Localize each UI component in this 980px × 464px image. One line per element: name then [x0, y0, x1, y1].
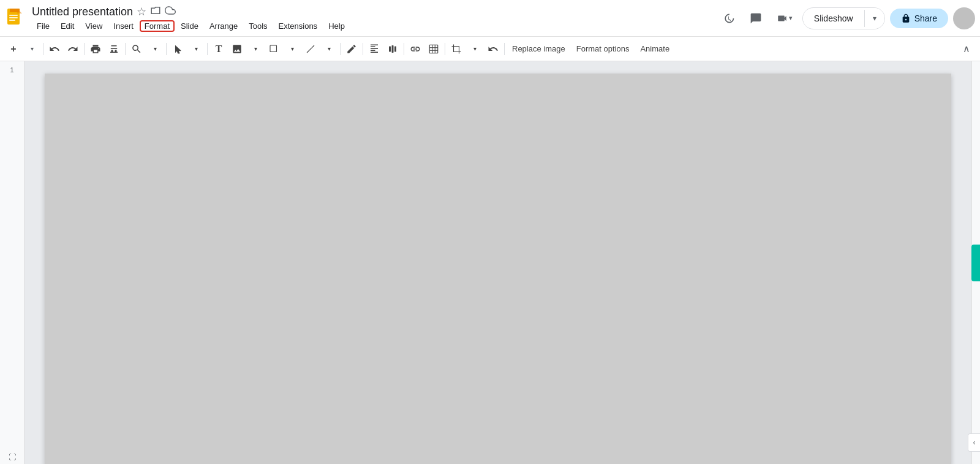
crop-dropdown[interactable]: ▾	[466, 40, 483, 58]
svg-rect-4	[9, 17, 18, 18]
svg-rect-5	[9, 20, 15, 21]
svg-rect-8	[389, 46, 391, 51]
toolbar-divider-10	[504, 43, 505, 55]
distribute-button[interactable]	[384, 40, 401, 58]
toolbar-divider-8	[404, 43, 404, 55]
shapes-button[interactable]	[265, 40, 282, 58]
toolbar-divider-7	[363, 43, 363, 55]
slide-canvas[interactable]	[45, 74, 951, 464]
table-button[interactable]	[425, 40, 442, 58]
menu-help[interactable]: Help	[323, 20, 350, 32]
right-panel	[971, 61, 980, 464]
svg-rect-6	[270, 45, 277, 52]
svg-rect-11	[429, 45, 438, 53]
user-avatar[interactable]	[953, 7, 975, 29]
image-button[interactable]	[228, 40, 246, 58]
document-title[interactable]: Untitled presentation	[32, 6, 133, 18]
title-section: Untitled presentation ☆ File Edit View I…	[32, 5, 718, 32]
toolbar-divider-4	[166, 43, 167, 55]
toolbar-collapse-button[interactable]: ∧	[958, 40, 975, 58]
format-options-button[interactable]: Format options	[571, 42, 635, 56]
meet-label: ▾	[789, 14, 793, 22]
toolbar-divider-6	[340, 43, 341, 55]
slideshow-dropdown-arrow[interactable]: ▾	[865, 8, 884, 29]
paintformat-button[interactable]	[105, 40, 123, 58]
resize-handle[interactable]: ⛶	[9, 453, 16, 462]
lines-button[interactable]	[302, 40, 319, 58]
folder-icon[interactable]	[150, 5, 161, 19]
print-button[interactable]	[87, 40, 104, 58]
image-dropdown[interactable]: ▾	[247, 40, 264, 58]
shapes-dropdown[interactable]: ▾	[284, 40, 301, 58]
menu-insert[interactable]: Insert	[108, 20, 138, 32]
slideshow-button-group: Slideshow ▾	[802, 7, 885, 29]
menu-edit[interactable]: Edit	[56, 20, 79, 32]
right-panel-tab[interactable]	[971, 245, 980, 281]
lines-dropdown[interactable]: ▾	[320, 40, 337, 58]
menu-arrange[interactable]: Arrange	[205, 20, 243, 32]
collapse-sidebar-button[interactable]: ‹	[968, 433, 980, 452]
scribble-button[interactable]	[343, 40, 360, 58]
menu-bar: File Edit View Insert Format Slide Arran…	[32, 20, 718, 32]
toolbar-right: ∧	[958, 40, 975, 58]
align-button[interactable]	[366, 40, 383, 58]
title-row: Untitled presentation ☆	[32, 5, 718, 19]
toolbar-divider-9	[445, 43, 445, 55]
menu-tools[interactable]: Tools	[244, 20, 272, 32]
redo-button[interactable]	[64, 40, 81, 58]
textbox-button[interactable]: T	[210, 40, 227, 58]
zoom-dropdown2[interactable]: ▾	[146, 40, 164, 58]
menu-extensions[interactable]: Extensions	[274, 20, 323, 32]
zoom-button[interactable]	[128, 40, 145, 58]
svg-rect-10	[394, 46, 396, 51]
animate-button[interactable]: Animate	[635, 42, 674, 56]
history-button[interactable]	[718, 7, 740, 29]
toolbar: + ▾ ▾ ▾ T	[0, 37, 980, 61]
toolbar-divider-2	[84, 43, 85, 55]
crop-button[interactable]	[448, 40, 465, 58]
menu-file[interactable]: File	[32, 20, 55, 32]
comments-button[interactable]	[745, 7, 767, 29]
undo-button[interactable]	[46, 40, 63, 58]
main-area: 1 ⛶	[0, 61, 980, 464]
slideshow-button[interactable]: Slideshow	[803, 10, 865, 27]
toolbar-divider-3	[125, 43, 126, 55]
svg-rect-3	[9, 15, 18, 16]
title-bar: Untitled presentation ☆ File Edit View I…	[0, 0, 980, 37]
add-button[interactable]: +	[5, 40, 22, 58]
canvas-area[interactable]	[24, 61, 971, 464]
replace-image-button[interactable]: Replace image	[507, 42, 570, 56]
menu-slide[interactable]: Slide	[176, 20, 203, 32]
share-label: Share	[914, 13, 937, 23]
toolbar-divider-1	[43, 43, 43, 55]
insert-link-button[interactable]	[407, 40, 424, 58]
svg-line-7	[307, 45, 314, 53]
meet-button[interactable]: ▾	[772, 7, 797, 29]
cloud-save-icon[interactable]	[165, 5, 176, 19]
menu-format[interactable]: Format	[140, 20, 175, 32]
select-dropdown[interactable]: ▾	[187, 40, 205, 58]
app-logo[interactable]	[5, 7, 27, 29]
star-icon[interactable]: ☆	[137, 5, 146, 18]
slide-number: 1	[10, 66, 13, 74]
svg-rect-9	[392, 45, 394, 53]
rotate-button[interactable]	[484, 40, 502, 58]
slide-panel: 1 ⛶	[0, 61, 24, 464]
toolbar-divider-5	[207, 43, 208, 55]
zoom-dropdown[interactable]: ▾	[23, 40, 40, 58]
select-tool-button[interactable]	[169, 40, 186, 58]
menu-view[interactable]: View	[80, 20, 107, 32]
header-right: ▾ Slideshow ▾ Share	[718, 7, 975, 29]
share-button[interactable]: Share	[890, 9, 948, 28]
